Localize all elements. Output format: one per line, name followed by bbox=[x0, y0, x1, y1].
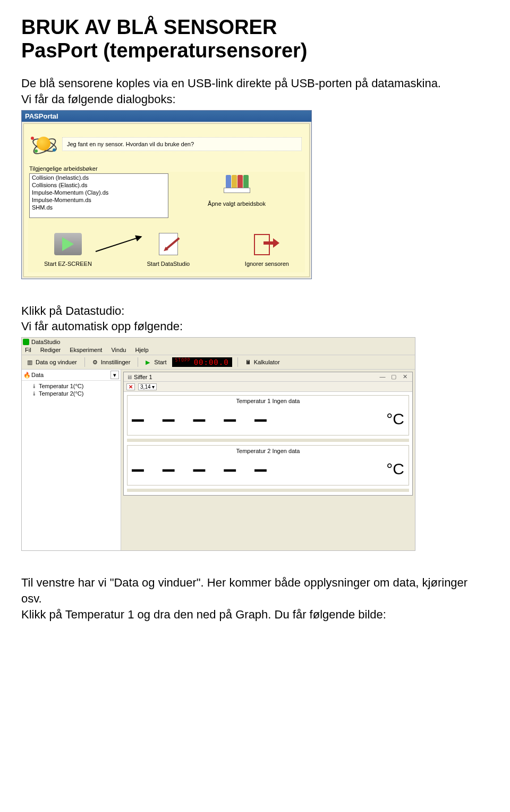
list-item[interactable]: Collisions (Elastic).ds bbox=[30, 181, 168, 189]
flame-icon: 🔥 bbox=[23, 372, 30, 378]
reading-2-value: — — — — — bbox=[132, 457, 270, 481]
reading-2-label: Temperatur 2 Ingen data bbox=[132, 448, 404, 454]
menu-fil[interactable]: Fil bbox=[25, 347, 31, 353]
start-datastudio-button[interactable]: Start DataStudio bbox=[147, 233, 190, 267]
separator bbox=[237, 357, 238, 367]
siffer-window: 🖥 Siffer 1 — ▢ ✕ ✕ 3,14 ▾ Temperatur 1 I… bbox=[123, 372, 413, 496]
title-line-1: BRUK AV BLÅ SENSORER bbox=[21, 16, 277, 38]
menu-rediger[interactable]: Rediger bbox=[40, 347, 61, 353]
data-og-vinduer-button[interactable]: ▥ Data og vinduer bbox=[25, 358, 79, 366]
menu-eksperiment[interactable]: Eksperiment bbox=[70, 347, 102, 353]
closing-paragraph: Til venstre har vi "Data og vinduer". He… bbox=[21, 575, 489, 622]
thermometer-icon: 🌡 bbox=[31, 390, 37, 397]
list-item[interactable]: Impulse-Momentum.ds bbox=[30, 196, 168, 204]
digit-window-icon: 🖥 bbox=[126, 374, 132, 380]
format-dropdown[interactable]: 3,14 ▾ bbox=[138, 383, 157, 390]
menu-bar[interactable]: Fil Rediger Eksperiment Vindu Hjelp bbox=[22, 345, 415, 355]
side-panel: 🔥 Data ▾ 🌡 Temperatur 1(°C) 🌡 Temperatur… bbox=[22, 370, 121, 550]
atom-mascot-icon bbox=[31, 133, 57, 155]
menu-hjelp[interactable]: Hjelp bbox=[135, 347, 148, 353]
reading-2-unit: °C bbox=[386, 460, 404, 478]
settings-icon: ⚙ bbox=[92, 359, 99, 365]
kalkulator-button[interactable]: 🖩 Kalkulator bbox=[243, 358, 282, 366]
start-button[interactable]: ▶ Start bbox=[143, 358, 168, 366]
tree-item-temp1[interactable]: 🌡 Temperatur 1(°C) bbox=[25, 382, 117, 390]
sensor-prompt-text: Jeg fant en ny sensor. Hvordan vil du br… bbox=[62, 137, 302, 151]
open-workbook-label[interactable]: Åpne valgt arbeidsbok bbox=[168, 200, 305, 207]
menu-vindu[interactable]: Vindu bbox=[111, 347, 126, 353]
separator bbox=[84, 357, 85, 367]
data-header[interactable]: Data bbox=[31, 372, 44, 378]
workbooks-group-label: Tilgjengelige arbeidsbøker bbox=[28, 165, 305, 172]
reading-1-value: — — — — — bbox=[132, 407, 270, 431]
notepad-icon bbox=[155, 233, 182, 255]
datastudio-paragraph: Klikk på Datastudio: Vi får automatisk o… bbox=[21, 303, 489, 334]
title-line-2: PasPort (temperatursensorer) bbox=[21, 39, 308, 62]
siffer-title: Siffer 1 bbox=[134, 374, 152, 380]
play-icon bbox=[54, 233, 82, 255]
start-ezscreen-button[interactable]: Start EZ-SCREEN bbox=[44, 233, 92, 267]
close-button[interactable]: ✕ bbox=[400, 373, 410, 380]
datastudio-window: DataStudio Fil Rediger Eksperiment Vindu… bbox=[21, 337, 415, 551]
page-title: BRUK AV BLÅ SENSORER PasPort (temperatur… bbox=[21, 16, 489, 62]
workbooks-listbox[interactable]: Collision (Inelastic).ds Collisions (Ela… bbox=[29, 173, 168, 218]
reading-1-label: Temperatur 1 Ingen data bbox=[132, 398, 404, 404]
exit-icon bbox=[253, 233, 280, 255]
calculator-icon: 🖩 bbox=[245, 359, 252, 365]
pasportal-dialog: PASPortal Jeg fant en ny sensor. Hvordan… bbox=[21, 110, 312, 279]
collapse-button[interactable]: ▾ bbox=[110, 371, 119, 379]
datastudio-titlebar[interactable]: DataStudio bbox=[22, 338, 415, 345]
intro-paragraph: De blå sensorene koples via en USB-link … bbox=[21, 76, 489, 107]
remove-button[interactable]: ✕ bbox=[126, 383, 135, 390]
innstillinger-button[interactable]: ⚙ Innstillinger bbox=[90, 358, 133, 366]
minimize-button[interactable]: — bbox=[378, 373, 387, 380]
panel-icon: ▥ bbox=[27, 359, 33, 365]
reading-1: Temperatur 1 Ingen data — — — — — °C bbox=[127, 395, 409, 436]
timer-display: STOPP00:00.0 bbox=[172, 357, 232, 367]
divider bbox=[127, 439, 409, 442]
datastudio-logo-icon bbox=[23, 339, 29, 345]
pasportal-titlebar[interactable]: PASPortal bbox=[22, 111, 311, 122]
reading-2: Temperatur 2 Ingen data — — — — — °C bbox=[127, 445, 409, 485]
play-icon: ▶ bbox=[146, 359, 152, 365]
tree-item-temp2[interactable]: 🌡 Temperatur 2(°C) bbox=[25, 390, 117, 397]
maximize-button[interactable]: ▢ bbox=[389, 373, 398, 380]
ignore-sensor-button[interactable]: Ignorer sensoren bbox=[245, 233, 289, 267]
list-item[interactable]: Collision (Inelastic).ds bbox=[30, 174, 168, 181]
list-item[interactable]: SHM.ds bbox=[30, 204, 168, 211]
divider bbox=[127, 489, 409, 492]
toolbar: ▥ Data og vinduer ⚙ Innstillinger ▶ Star… bbox=[22, 355, 415, 370]
thermometer-icon: 🌡 bbox=[31, 383, 37, 389]
separator bbox=[138, 357, 138, 367]
reading-1-unit: °C bbox=[386, 410, 404, 428]
list-item[interactable]: Impulse-Momentum (Clay).ds bbox=[30, 189, 168, 196]
workbook-icon[interactable] bbox=[224, 174, 250, 193]
